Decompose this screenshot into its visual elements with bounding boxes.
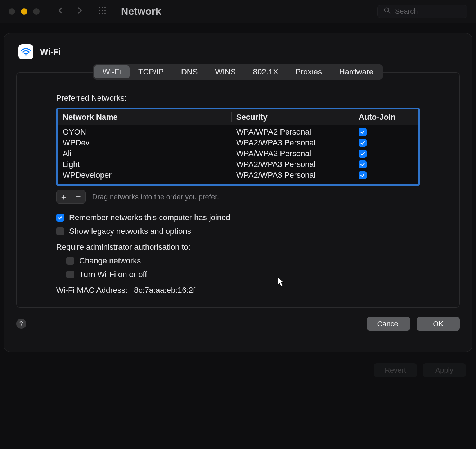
tabs-wrap: Wi-FiTCP/IPDNSWINS802.1XProxiesHardware [16, 64, 460, 80]
cell-security: WPA/WPA2 Personal [231, 127, 354, 137]
drag-hint: Drag networks into the order you prefer. [92, 193, 219, 201]
svg-point-0 [99, 7, 100, 8]
cell-autojoin [354, 149, 418, 158]
col-network-name[interactable]: Network Name [58, 109, 231, 125]
tab-hardware[interactable]: Hardware [331, 65, 382, 78]
tab-dns[interactable]: DNS [172, 65, 206, 78]
cell-autojoin [354, 171, 418, 180]
legacy-checkbox[interactable] [56, 227, 64, 235]
wifi-sheet: Wi-Fi Wi-FiTCP/IPDNSWINS802.1XProxiesHar… [4, 33, 472, 352]
cell-security: WPA2/WPA3 Personal [231, 137, 354, 148]
cancel-button[interactable]: Cancel [367, 317, 410, 331]
table-row[interactable]: WPDevWPA2/WPA3 Personal [58, 137, 418, 148]
cell-name: OYON [58, 127, 231, 137]
cell-security: WPA2/WPA3 Personal [231, 170, 354, 181]
svg-line-10 [388, 11, 390, 13]
tab-tcpip[interactable]: TCP/IP [130, 65, 172, 78]
cell-security: WPA2/WPA3 Personal [231, 159, 354, 170]
add-network-button[interactable]: ＋ [57, 190, 71, 203]
auth-toggle-checkbox[interactable] [66, 271, 74, 278]
network-window: Network Wi-Fi Wi-FiTCP/IPDNSWINS802.1XPr… [0, 0, 476, 449]
add-remove-controls: ＋ − [56, 190, 86, 204]
remember-label: Remember networks this computer has join… [69, 213, 230, 222]
cell-security: WPA/WPA2 Personal [231, 148, 354, 159]
legacy-label: Show legacy networks and options [69, 227, 191, 236]
tab-proxies[interactable]: Proxies [287, 65, 331, 78]
cell-name: WPDeveloper [58, 170, 231, 181]
svg-point-8 [104, 13, 106, 14]
nav-arrows [57, 6, 84, 17]
window-controls [9, 8, 40, 15]
svg-point-3 [99, 10, 100, 11]
search-icon [383, 7, 391, 16]
table-row[interactable]: OYONWPA/WPA2 Personal [58, 127, 418, 137]
table-row[interactable]: WPDeveloperWPA2/WPA3 Personal [58, 170, 418, 181]
col-autojoin[interactable]: Auto-Join [354, 109, 418, 125]
search-input[interactable] [394, 7, 461, 16]
svg-point-5 [104, 10, 106, 11]
tab-wifi[interactable]: Wi-Fi [94, 65, 130, 78]
preferred-networks-table[interactable]: Network Name Security Auto-Join OYONWPA/… [56, 108, 420, 186]
autojoin-checkbox[interactable] [359, 160, 367, 168]
tab-wins[interactable]: WINS [206, 65, 244, 78]
svg-point-11 [25, 54, 27, 56]
col-security[interactable]: Security [231, 109, 354, 125]
svg-point-4 [102, 10, 103, 11]
ok-button[interactable]: OK [417, 317, 460, 331]
remember-checkbox[interactable] [56, 214, 64, 222]
cell-autojoin [354, 160, 418, 169]
cell-autojoin [354, 127, 418, 137]
autojoin-checkbox[interactable] [359, 139, 367, 147]
cell-autojoin [354, 138, 418, 148]
sheet-header: Wi-Fi [16, 44, 460, 59]
auth-label: Require administrator authorisation to: [56, 242, 420, 252]
back-icon[interactable] [57, 6, 65, 17]
help-icon[interactable]: ? [16, 319, 26, 329]
auth-change-option[interactable]: Change networks [66, 256, 420, 266]
auth-toggle-option[interactable]: Turn Wi-Fi on or off [66, 270, 420, 279]
svg-point-7 [102, 13, 103, 14]
cell-name: WPDev [58, 137, 231, 148]
sheet-footer: ? Cancel OK [16, 317, 460, 331]
sheet-title: Wi-Fi [40, 47, 61, 57]
preferred-networks-label: Preferred Networks: [56, 94, 420, 103]
remember-option[interactable]: Remember networks this computer has join… [56, 213, 420, 222]
table-header: Network Name Security Auto-Join [58, 109, 418, 125]
mac-value: 8c:7a:aa:eb:16:2f [134, 286, 195, 295]
table-body: OYONWPA/WPA2 PersonalWPDevWPA2/WPA3 Pers… [58, 125, 418, 184]
window-title: Network [121, 6, 161, 17]
close-icon[interactable] [9, 8, 15, 15]
minimize-icon[interactable] [21, 8, 27, 15]
legacy-option[interactable]: Show legacy networks and options [56, 227, 420, 236]
cell-name: Light [58, 159, 231, 170]
svg-point-6 [99, 13, 100, 14]
revert-button[interactable]: Revert [374, 363, 417, 377]
table-row[interactable]: LightWPA2/WPA3 Personal [58, 159, 418, 170]
autojoin-checkbox[interactable] [359, 171, 367, 179]
table-row[interactable]: AliWPA/WPA2 Personal [58, 148, 418, 159]
maximize-icon[interactable] [33, 8, 40, 15]
tabs: Wi-FiTCP/IPDNSWINS802.1XProxiesHardware [93, 64, 383, 80]
auth-toggle-label: Turn Wi-Fi on or off [79, 270, 147, 279]
options: Remember networks this computer has join… [56, 213, 420, 279]
add-remove-row: ＋ − Drag networks into the order you pre… [56, 190, 420, 204]
cell-name: Ali [58, 148, 231, 159]
tab-8021x[interactable]: 802.1X [244, 65, 287, 78]
autojoin-checkbox[interactable] [359, 128, 367, 136]
remove-network-button[interactable]: − [71, 190, 85, 203]
apply-button[interactable]: Apply [423, 363, 466, 377]
forward-icon[interactable] [76, 6, 84, 17]
show-all-icon[interactable] [98, 6, 107, 17]
search-field[interactable] [377, 5, 467, 18]
auth-change-checkbox[interactable] [66, 257, 74, 265]
mac-label: Wi-Fi MAC Address: [56, 286, 127, 295]
mac-address-row: Wi-Fi MAC Address: 8c:7a:aa:eb:16:2f [56, 286, 420, 295]
svg-point-2 [104, 7, 106, 8]
inner-panel: Preferred Networks: Network Name Securit… [16, 72, 460, 308]
autojoin-checkbox[interactable] [359, 150, 367, 158]
bottom-actions: Revert Apply [374, 363, 466, 377]
wifi-icon [18, 44, 33, 59]
auth-change-label: Change networks [79, 256, 141, 266]
titlebar: Network [0, 0, 476, 23]
svg-point-1 [102, 7, 103, 8]
